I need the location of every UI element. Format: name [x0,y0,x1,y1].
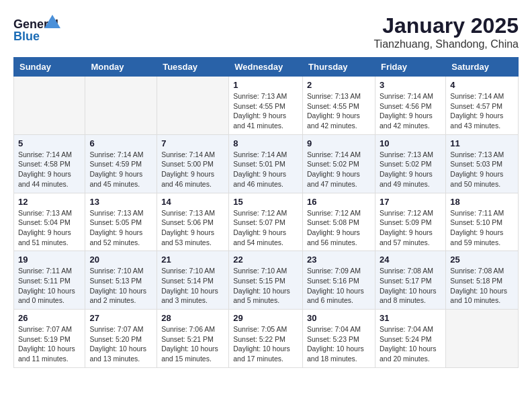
calendar-cell: 9Sunrise: 7:14 AM Sunset: 5:02 PM Daylig… [303,134,375,193]
calendar-cell: 12Sunrise: 7:13 AM Sunset: 5:04 PM Dayli… [14,193,85,251]
calendar-cell: 16Sunrise: 7:12 AM Sunset: 5:08 PM Dayli… [303,193,375,251]
calendar-cell: 30Sunrise: 7:04 AM Sunset: 5:23 PM Dayli… [303,310,375,368]
weekday-header-row: SundayMondayTuesdayWednesdayThursdayFrid… [14,58,519,77]
day-number: 13 [89,197,152,207]
day-info: Sunrise: 7:14 AM Sunset: 4:57 PM Dayligh… [450,91,514,131]
day-number: 4 [450,80,514,90]
day-number: 19 [18,255,81,265]
day-info: Sunrise: 7:10 AM Sunset: 5:13 PM Dayligh… [89,266,152,306]
day-info: Sunrise: 7:11 AM Sunset: 5:11 PM Dayligh… [18,266,81,306]
calendar-cell: 14Sunrise: 7:13 AM Sunset: 5:06 PM Dayli… [157,193,229,251]
day-info: Sunrise: 7:07 AM Sunset: 5:20 PM Dayligh… [89,324,152,364]
calendar-week-row: 5Sunrise: 7:14 AM Sunset: 4:58 PM Daylig… [14,134,519,193]
calendar-cell: 19Sunrise: 7:11 AM Sunset: 5:11 PM Dayli… [14,251,85,310]
day-number: 1 [233,80,298,90]
calendar-cell [85,77,157,135]
weekday-header-friday: Friday [375,58,445,77]
logo: General Blue [13,13,60,46]
calendar-cell [446,310,519,368]
day-info: Sunrise: 7:13 AM Sunset: 5:02 PM Dayligh… [380,150,441,189]
day-info: Sunrise: 7:04 AM Sunset: 5:23 PM Dayligh… [307,324,371,364]
day-info: Sunrise: 7:10 AM Sunset: 5:14 PM Dayligh… [161,266,224,306]
calendar-week-row: 12Sunrise: 7:13 AM Sunset: 5:04 PM Dayli… [14,193,519,251]
weekday-header-tuesday: Tuesday [157,58,229,77]
day-info: Sunrise: 7:04 AM Sunset: 5:24 PM Dayligh… [380,324,441,364]
day-info: Sunrise: 7:14 AM Sunset: 5:00 PM Dayligh… [161,150,224,189]
day-number: 24 [380,255,441,265]
day-number: 25 [450,255,514,265]
day-number: 16 [307,197,371,207]
weekday-header-wednesday: Wednesday [229,58,303,77]
day-info: Sunrise: 7:13 AM Sunset: 5:06 PM Dayligh… [161,208,224,248]
calendar-cell: 11Sunrise: 7:13 AM Sunset: 5:03 PM Dayli… [446,134,519,193]
day-number: 11 [450,138,514,148]
day-number: 17 [380,197,441,207]
calendar-cell: 18Sunrise: 7:11 AM Sunset: 5:10 PM Dayli… [446,193,519,251]
day-number: 18 [450,197,514,207]
calendar-cell: 8Sunrise: 7:14 AM Sunset: 5:01 PM Daylig… [229,134,303,193]
location: Tianzhuang, Shandong, China [373,38,519,50]
calendar-cell: 31Sunrise: 7:04 AM Sunset: 5:24 PM Dayli… [375,310,445,368]
day-number: 14 [161,197,224,207]
day-info: Sunrise: 7:13 AM Sunset: 5:03 PM Dayligh… [450,150,514,189]
day-number: 21 [161,255,224,265]
calendar-cell: 27Sunrise: 7:07 AM Sunset: 5:20 PM Dayli… [85,310,157,368]
calendar-cell: 1Sunrise: 7:13 AM Sunset: 4:55 PM Daylig… [229,77,303,135]
calendar-cell: 23Sunrise: 7:09 AM Sunset: 5:16 PM Dayli… [303,251,375,310]
page-header: General Blue January 2025 Tianzhuang, Sh… [13,13,519,50]
day-number: 9 [307,138,371,148]
calendar-cell: 15Sunrise: 7:12 AM Sunset: 5:07 PM Dayli… [229,193,303,251]
calendar-cell: 29Sunrise: 7:05 AM Sunset: 5:22 PM Dayli… [229,310,303,368]
day-info: Sunrise: 7:12 AM Sunset: 5:07 PM Dayligh… [233,208,298,248]
calendar-table: SundayMondayTuesdayWednesdayThursdayFrid… [13,57,519,368]
day-info: Sunrise: 7:08 AM Sunset: 5:17 PM Dayligh… [380,266,441,306]
day-info: Sunrise: 7:05 AM Sunset: 5:22 PM Dayligh… [233,324,298,364]
day-number: 31 [380,313,441,323]
day-number: 30 [307,313,371,323]
day-info: Sunrise: 7:07 AM Sunset: 5:19 PM Dayligh… [18,324,81,364]
calendar-cell: 10Sunrise: 7:13 AM Sunset: 5:02 PM Dayli… [375,134,445,193]
day-info: Sunrise: 7:10 AM Sunset: 5:15 PM Dayligh… [233,266,298,306]
calendar-week-row: 26Sunrise: 7:07 AM Sunset: 5:19 PM Dayli… [14,310,519,368]
calendar-cell [157,77,229,135]
day-info: Sunrise: 7:13 AM Sunset: 4:55 PM Dayligh… [307,91,371,131]
day-info: Sunrise: 7:12 AM Sunset: 5:09 PM Dayligh… [380,208,441,248]
calendar-cell: 22Sunrise: 7:10 AM Sunset: 5:15 PM Dayli… [229,251,303,310]
day-number: 5 [18,138,81,148]
calendar-cell [14,77,85,135]
day-info: Sunrise: 7:14 AM Sunset: 4:59 PM Dayligh… [89,150,152,189]
day-info: Sunrise: 7:14 AM Sunset: 4:56 PM Dayligh… [380,91,441,131]
day-info: Sunrise: 7:06 AM Sunset: 5:21 PM Dayligh… [161,324,224,364]
day-info: Sunrise: 7:13 AM Sunset: 4:55 PM Dayligh… [233,91,298,131]
calendar-cell: 20Sunrise: 7:10 AM Sunset: 5:13 PM Dayli… [85,251,157,310]
calendar-cell: 21Sunrise: 7:10 AM Sunset: 5:14 PM Dayli… [157,251,229,310]
calendar-cell: 28Sunrise: 7:06 AM Sunset: 5:21 PM Dayli… [157,310,229,368]
calendar-cell: 25Sunrise: 7:08 AM Sunset: 5:18 PM Dayli… [446,251,519,310]
day-number: 22 [233,255,298,265]
calendar-cell: 4Sunrise: 7:14 AM Sunset: 4:57 PM Daylig… [446,77,519,135]
calendar-cell: 3Sunrise: 7:14 AM Sunset: 4:56 PM Daylig… [375,77,445,135]
logo-icon: General Blue [13,13,60,44]
calendar-cell: 24Sunrise: 7:08 AM Sunset: 5:17 PM Dayli… [375,251,445,310]
day-number: 28 [161,313,224,323]
weekday-header-thursday: Thursday [303,58,375,77]
month-title: January 2025 [373,13,519,38]
day-info: Sunrise: 7:13 AM Sunset: 5:04 PM Dayligh… [18,208,81,248]
day-info: Sunrise: 7:11 AM Sunset: 5:10 PM Dayligh… [450,208,514,248]
day-number: 2 [307,80,371,90]
day-info: Sunrise: 7:08 AM Sunset: 5:18 PM Dayligh… [450,266,514,306]
calendar-cell: 6Sunrise: 7:14 AM Sunset: 4:59 PM Daylig… [85,134,157,193]
svg-text:Blue: Blue [13,30,40,43]
day-number: 6 [89,138,152,148]
day-number: 29 [233,313,298,323]
calendar-cell: 5Sunrise: 7:14 AM Sunset: 4:58 PM Daylig… [14,134,85,193]
day-number: 26 [18,313,81,323]
day-number: 20 [89,255,152,265]
day-info: Sunrise: 7:14 AM Sunset: 5:01 PM Dayligh… [233,150,298,189]
day-number: 27 [89,313,152,323]
day-info: Sunrise: 7:13 AM Sunset: 5:05 PM Dayligh… [89,208,152,248]
day-number: 8 [233,138,298,148]
day-number: 7 [161,138,224,148]
day-info: Sunrise: 7:14 AM Sunset: 5:02 PM Dayligh… [307,150,371,189]
day-info: Sunrise: 7:14 AM Sunset: 4:58 PM Dayligh… [18,150,81,189]
